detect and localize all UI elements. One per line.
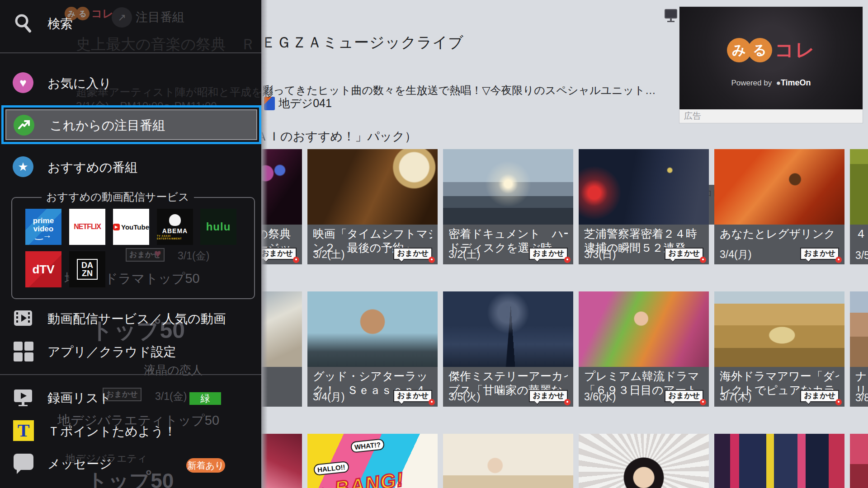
program-tile[interactable]: グッド・シアターラック！ Ｓｅａｓｏｎ４3/4(月)おまかせ xyxy=(307,291,438,407)
new-message-badge: 新着あり xyxy=(186,458,225,473)
sidebar-item-favorites[interactable]: ♥ お気に入り xyxy=(0,71,261,95)
program-tile[interactable]: ナリ3/8おまかせ xyxy=(850,291,868,407)
program-tile[interactable] xyxy=(850,434,868,488)
program-thumbnail xyxy=(579,434,709,488)
sidebar-item-vod-services[interactable]: 動画配信サービス／人気の動画 xyxy=(0,307,261,330)
program-thumbnail xyxy=(850,434,868,488)
sidebar-item-label: 録画リスト xyxy=(47,389,112,407)
program-tile[interactable]: あなたとレグザリンク3/4(月)おまかせ xyxy=(714,149,844,264)
program-tile[interactable]: WHAT!?HALLO!!!?BANG! xyxy=(307,434,438,488)
tile-title-line: ナ xyxy=(855,369,868,383)
program-thumbnail xyxy=(443,434,573,488)
sidebar-item-recommended[interactable]: ★ おすすめの番組 xyxy=(0,155,261,179)
program-thumbnail xyxy=(443,149,573,225)
film-icon xyxy=(13,308,33,328)
sidebar-item-messages[interactable]: メッセージ 新着あり xyxy=(0,452,261,475)
program-tile[interactable] xyxy=(443,434,573,488)
screen-mirroring-icon[interactable] xyxy=(663,8,679,23)
logo-kore-text: コレ xyxy=(775,38,816,63)
tile-title-line: ４Ｋ xyxy=(855,227,868,241)
recordings-icon xyxy=(13,387,33,408)
tile-date: 3/2(土) xyxy=(313,248,344,262)
tile-date: 3/2(土) xyxy=(448,248,480,262)
trending-icon xyxy=(14,115,34,136)
ad-artwork: み る コレ Powered by ●TimeOn xyxy=(679,7,863,109)
program-thumbnail xyxy=(443,291,573,367)
powered-by-line: Powered by ●TimeOn xyxy=(679,78,863,88)
comic-bubble: WHAT!? xyxy=(350,438,385,453)
omakase-badge: おまかせ xyxy=(665,248,703,260)
sidebar-panel: みるコレ↗注目番組史上最大の音楽の祭典 Ｒ超豪華アーティスト陣が昭和と平成を彩3… xyxy=(0,0,261,488)
tile-title-line: 海外ドラマアワー「ダイ xyxy=(720,369,839,383)
message-icon xyxy=(14,454,33,470)
service-logo-dazn[interactable]: DAZN xyxy=(69,251,105,287)
tile-title-line: 傑作ミステリーアーカイ xyxy=(448,369,568,383)
sidebar-item-label: 検索 xyxy=(47,15,73,33)
program-tile[interactable]: 密着ドキュメント ハードディスクを選ぶ時3/2(土)おまかせ xyxy=(443,149,573,264)
tile-caption: あなたとレグザリンク3/4(月)おまかせ xyxy=(714,225,844,264)
channel-row: 地デジ041 xyxy=(264,96,332,111)
program-thumbnail xyxy=(579,291,709,367)
service-logo-hulu[interactable]: hulu xyxy=(200,209,236,245)
sidebar-item-recordings[interactable]: 録画リスト 緑 xyxy=(0,386,261,409)
program-tile[interactable]: プレミアム韓流ドラマ「６９３日目のアート…3/6(水)おまかせ xyxy=(579,291,709,407)
sidebar-item-label: メッセージ xyxy=(47,455,112,473)
regza-mirucolle-screen: { "app": {"name": "みるコレ", "header_sectio… xyxy=(0,0,868,488)
search-icon xyxy=(13,13,33,33)
sidebar-item-label: Ｔポイントためよう！ xyxy=(47,423,176,440)
service-logo-prime[interactable]: primevideo‿→ xyxy=(25,209,61,245)
program-thumbnail xyxy=(714,149,844,225)
divider xyxy=(0,374,261,375)
tile-caption: プレミアム韓流ドラマ「６９３日目のアート…3/6(水)おまかせ xyxy=(579,367,709,407)
omakase-badge: おまかせ xyxy=(800,390,839,402)
dimmed-text: 史上最大の音楽の祭典 Ｒ xyxy=(76,34,256,55)
program-tile[interactable]: 映画「タイムシフトマシン２ 最後の予約」3/2(土)おまかせ xyxy=(307,149,438,264)
ad-banner[interactable]: み る コレ Powered by ●TimeOn みるコレ 広告 xyxy=(679,7,863,123)
service-logo-youtube[interactable]: ▶YouTube xyxy=(113,209,149,245)
omakase-badge: おまかせ xyxy=(529,390,568,402)
omakase-badge: おまかせ xyxy=(665,390,703,402)
program-thumbnail xyxy=(714,291,844,367)
selection-highlight: これからの注目番組 xyxy=(5,109,257,140)
ad-caption-bar: みるコレ 広告 xyxy=(679,109,863,123)
program-thumbnail: WHAT!?HALLO!!!?BANG! xyxy=(307,434,438,488)
program-tile[interactable]: 傑作ミステリーアーカイブス「甘噛家の華麗な…3/5(火)おまかせ xyxy=(443,291,573,407)
tile-date: 3/3(日) xyxy=(584,248,616,262)
program-tile[interactable]: ４Ｋ3/5おまかせ xyxy=(850,149,868,264)
sidebar-item-search[interactable]: 検索 xyxy=(0,12,261,35)
sidebar-item-apps-cloud[interactable]: アプリ／クラウド設定 xyxy=(0,340,261,363)
sidebar-item-label: おすすめの番組 xyxy=(47,159,137,176)
program-thumbnail xyxy=(307,149,438,225)
tile-caption: ４Ｋ3/5おまかせ xyxy=(850,225,868,264)
service-logo-abema[interactable]: ABEMATV ASAHI ENTERTAINMENT xyxy=(157,209,193,245)
tile-caption: 映画「タイムシフトマシン２ 最後の予約」3/2(土)おまかせ xyxy=(307,225,438,264)
channel-name: 地デジ041 xyxy=(278,96,332,111)
tile-title-line: あなたとレグザリンク xyxy=(720,227,839,241)
program-thumbnail xyxy=(307,291,438,367)
tile-title-line: 密着ドキュメント ハー xyxy=(448,227,568,241)
sidebar-item-label: これからの注目番組 xyxy=(50,117,165,134)
sidebar-item-tpoint[interactable]: T Ｔポイントためよう！ xyxy=(0,419,261,443)
tile-title-line: 映画「タイムシフトマシ xyxy=(313,227,432,241)
program-thumbnail xyxy=(850,291,868,367)
tile-date: 3/4(月) xyxy=(313,390,344,404)
tile-caption: ナリ3/8おまかせ xyxy=(850,367,868,407)
program-tile[interactable]: 芝浦警察署密着２４時逮捕の瞬間５２連発…3/3(日)おまかせ xyxy=(579,149,709,264)
program-tile[interactable] xyxy=(714,434,844,488)
tile-title-line: 芝浦警察署密着２４時 xyxy=(584,227,703,241)
ad-label: 広告 xyxy=(684,110,701,122)
program-tile[interactable]: 海外ドラマアワー「ダイレクトでピュアなカラ…3/7(木)おまかせ xyxy=(714,291,844,407)
tile-date: 3/4(月) xyxy=(720,248,751,262)
sidebar-item-upcoming-selected[interactable]: これからの注目番組 xyxy=(1,105,261,144)
logo-circle: る xyxy=(748,38,772,62)
section-title: ＡＩのおすすめ！」パック） xyxy=(256,128,417,145)
sidebar-item-label: アプリ／クラウド設定 xyxy=(47,343,176,361)
program-thumbnail xyxy=(714,434,844,488)
tile-title-line: グッド・シアターラッ xyxy=(313,369,432,383)
service-logo-netflix[interactable]: NETFLIX xyxy=(69,209,105,245)
heart-icon: ♥ xyxy=(13,72,33,93)
program-tile[interactable] xyxy=(579,434,709,488)
omakase-badge: おまかせ xyxy=(800,248,839,260)
tile-title-line: プレミアム韓流ドラマ xyxy=(584,369,703,383)
service-logo-dtv[interactable]: dTV xyxy=(25,251,61,287)
